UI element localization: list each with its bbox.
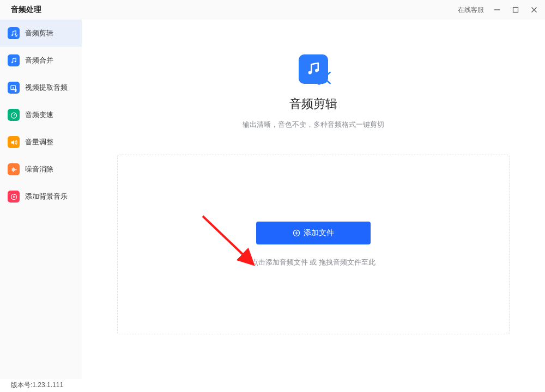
svg-point-8 xyxy=(11,62,13,63)
sidebar: 音频剪辑音频合并视频提取音频音频变速音量调整噪音消除添加背景音乐 xyxy=(0,20,82,379)
dropzone-hint: 点击添加音频文件 或 拖拽音频文件至此 xyxy=(251,258,376,267)
minimize-button[interactable] xyxy=(492,4,502,15)
file-dropzone[interactable]: 添加文件 点击添加音频文件 或 拖拽音频文件至此 xyxy=(117,155,510,334)
sidebar-item-6[interactable]: 添加背景音乐 xyxy=(0,183,82,210)
page-subtitle: 输出清晰，音色不变，多种音频格式一键剪切 xyxy=(243,120,384,130)
hero-section: 音频剪辑 输出清晰，音色不变，多种音频格式一键剪切 xyxy=(243,54,384,130)
annotation-arrow-icon xyxy=(199,214,259,268)
sidebar-item-label: 音量调整 xyxy=(25,137,53,147)
sidebar-item-label: 音频变速 xyxy=(25,110,53,120)
title-right-group: 在线客服 xyxy=(458,4,540,15)
sidebar-item-label: 音频剪辑 xyxy=(25,28,53,38)
sidebar-item-4[interactable]: 音量调整 xyxy=(0,128,82,156)
sidebar-item-label: 音频合并 xyxy=(25,56,53,65)
noise-icon xyxy=(8,163,20,175)
volume-icon xyxy=(8,136,20,148)
add-file-button[interactable]: 添加文件 xyxy=(256,222,371,244)
close-button[interactable] xyxy=(529,4,540,15)
music-cut-icon xyxy=(8,27,20,39)
add-file-label: 添加文件 xyxy=(304,228,334,238)
scissors-icon xyxy=(315,70,331,86)
svg-point-24 xyxy=(13,195,14,197)
svg-point-4 xyxy=(11,34,13,36)
svg-point-5 xyxy=(14,33,16,35)
hero-music-cut-icon xyxy=(299,54,328,84)
bgm-icon xyxy=(8,191,20,203)
online-support-link[interactable]: 在线客服 xyxy=(458,5,484,15)
maximize-button[interactable] xyxy=(510,4,521,15)
sidebar-item-3[interactable]: 音频变速 xyxy=(0,101,82,128)
version-label: 版本号:1.23.1.111 xyxy=(11,381,63,390)
titlebar: 音频处理 在线客服 xyxy=(0,0,545,20)
music-merge-icon xyxy=(8,54,20,66)
maximize-icon xyxy=(512,7,519,13)
svg-line-14 xyxy=(14,114,15,115)
sidebar-item-label: 噪音消除 xyxy=(25,164,53,174)
app-title: 音频处理 xyxy=(11,5,41,15)
svg-point-25 xyxy=(308,71,312,74)
minimize-icon xyxy=(494,7,500,13)
sidebar-item-0[interactable]: 音频剪辑 xyxy=(0,20,82,47)
sidebar-item-1[interactable]: 音频合并 xyxy=(0,47,82,74)
speed-icon xyxy=(8,109,20,121)
svg-marker-11 xyxy=(13,87,14,89)
svg-line-32 xyxy=(203,216,252,263)
main-content: 音频剪辑 输出清晰，音色不变，多种音频格式一键剪切 添加文件 xyxy=(82,20,545,379)
video-extract-icon xyxy=(8,82,20,94)
svg-point-9 xyxy=(14,60,16,62)
page-title: 音频剪辑 xyxy=(289,96,337,112)
sidebar-item-5[interactable]: 噪音消除 xyxy=(0,156,82,183)
sidebar-item-label: 添加背景音乐 xyxy=(25,192,68,201)
plus-circle-icon xyxy=(293,229,300,237)
sidebar-item-2[interactable]: 视频提取音频 xyxy=(0,74,82,101)
sidebar-item-label: 视频提取音频 xyxy=(25,83,68,93)
close-icon xyxy=(531,7,537,13)
svg-rect-1 xyxy=(513,8,518,13)
svg-marker-16 xyxy=(11,140,14,145)
